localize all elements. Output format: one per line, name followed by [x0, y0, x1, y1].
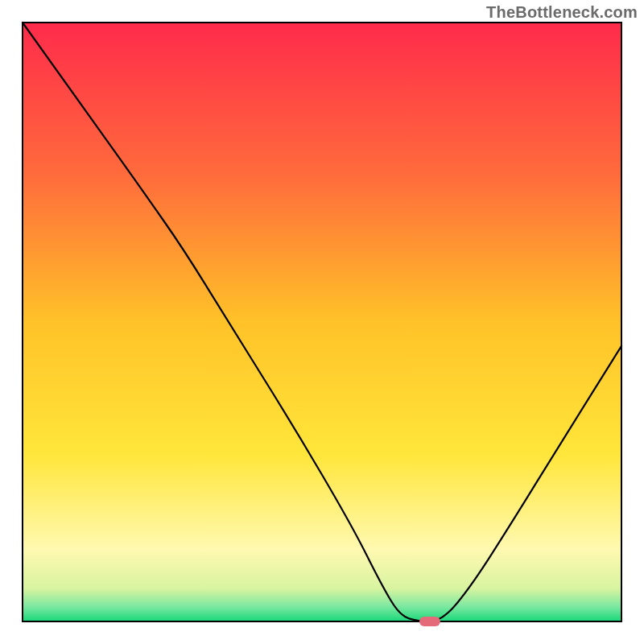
- optimal-point-marker: [419, 617, 440, 626]
- bottleneck-chart: TheBottleneck.com: [0, 0, 644, 644]
- watermark-label: TheBottleneck.com: [486, 3, 638, 22]
- plot-background: [23, 23, 621, 621]
- chart-svg: [0, 0, 644, 644]
